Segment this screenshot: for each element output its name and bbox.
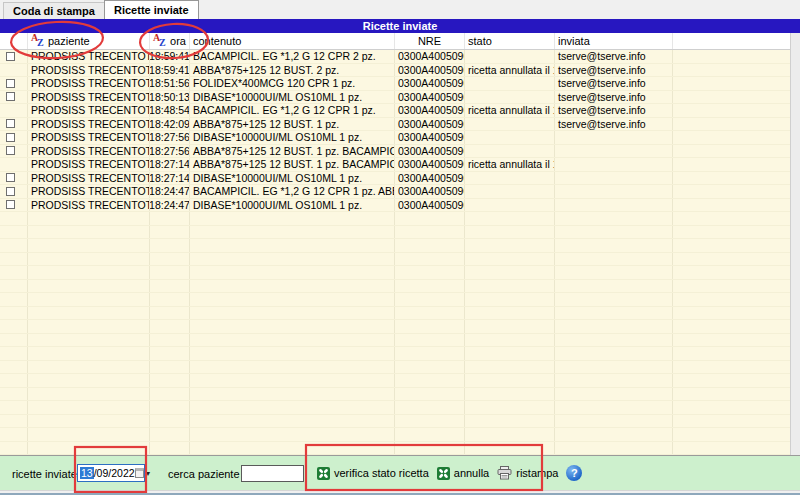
column-header-stato[interactable]: stato [465, 33, 555, 49]
table-row[interactable]: PRODSISS TRECENTOTRENTAS... 18:48:54 BAC… [0, 104, 790, 118]
vertical-scrollbar[interactable] [790, 33, 800, 455]
verifica-stato-ricetta-button[interactable]: verifica stato ricetta [317, 467, 429, 480]
cell-nre [395, 442, 465, 455]
cell-contenuto: DIBASE*10000UI/ML OS10ML 1 pz. [190, 131, 395, 144]
table-row[interactable]: PRODSISS TRECENTOTRENTAS... 18:42:09 ABB… [0, 118, 790, 132]
row-checkbox[interactable] [6, 79, 15, 88]
table-row[interactable]: PRODSISS TRECENTOTRENTAS... 18:27:56 ABB… [0, 145, 790, 159]
row-checkbox[interactable] [6, 133, 15, 142]
cell-paziente: PRODSISS TRECENTOTRENTAS... [28, 185, 150, 198]
cell-contenuto: BACAMPICIL. EG *1,2 G 12 CPR 2 pz. [190, 50, 395, 63]
cell-stato [465, 428, 555, 441]
cell-contenuto [190, 266, 395, 279]
tab-ricette-inviate[interactable]: Ricette inviate [104, 0, 199, 19]
cell-nre [395, 388, 465, 401]
column-header-ora[interactable]: AZ ora [150, 33, 190, 49]
table-row[interactable]: PRODSISS TRECENTOTRENTAS... 18:24:47 BAC… [0, 185, 790, 199]
cell-paziente [28, 442, 150, 455]
row-checkbox[interactable] [6, 173, 15, 182]
search-patient-label: cerca paziente [168, 468, 240, 480]
cell-ora: 18:24:47 [150, 199, 190, 212]
cell-paziente: PRODSISS TRECENTOTRENTAS... [28, 145, 150, 158]
cell-nre: 0300A4005090117 [395, 64, 465, 77]
tab-coda-di-stampa[interactable]: Coda di stampa [3, 2, 105, 19]
cell-extra [673, 239, 790, 252]
ristampa-button[interactable]: ristampa [497, 466, 558, 480]
ts-pinwheel-icon [437, 467, 450, 480]
cell-nre [395, 428, 465, 441]
cell-extra [673, 266, 790, 279]
cell-nre: 0300A4005090109 [395, 158, 465, 171]
table-row [0, 442, 790, 456]
cell-inviata [555, 185, 673, 198]
cell-extra [673, 428, 790, 441]
help-button[interactable]: ? [566, 465, 582, 481]
table-row[interactable]: PRODSISS TRECENTOTRENTAS... 18:24:47 DIB… [0, 199, 790, 213]
search-patient-input[interactable] [241, 465, 304, 482]
cell-ora: 18:51:56 [150, 77, 190, 90]
cell-stato [465, 266, 555, 279]
cell-inviata [555, 415, 673, 428]
cell-nre: 0300A4005090115 [395, 91, 465, 104]
cell-contenuto [190, 361, 395, 374]
row-checkbox[interactable] [6, 146, 15, 155]
table-row[interactable]: PRODSISS TRECENTOTRENTAS... 18:50:13 DIB… [0, 91, 790, 105]
column-header-inviata[interactable]: inviata [555, 33, 673, 49]
cell-nre: 0300A4005090112 [395, 131, 465, 144]
cell-extra [673, 442, 790, 455]
row-checkbox[interactable] [6, 200, 15, 209]
table-row[interactable]: PRODSISS TRECENTOTRENTAS... 18:51:56 FOL… [0, 77, 790, 91]
cell-ora [150, 401, 190, 414]
cell-paziente [28, 334, 150, 347]
table-row[interactable]: PRODSISS TRECENTOTRENTAS... 18:59:41 BAC… [0, 50, 790, 64]
column-header-contenuto[interactable]: contenuto [190, 33, 395, 49]
printer-icon [497, 466, 512, 480]
cell-inviata: tserve@tserve.info [555, 104, 673, 117]
cell-paziente [28, 361, 150, 374]
cell-contenuto: ABBA*875+125 12 BUST. 1 pz. [190, 118, 395, 131]
cell-paziente: PRODSISS TRECENTOTRENTAS... [28, 118, 150, 131]
cell-ora [150, 415, 190, 428]
column-header-nre[interactable]: NRE [395, 33, 465, 49]
cell-extra [673, 307, 790, 320]
cell-paziente [28, 320, 150, 333]
cell-nre [395, 253, 465, 266]
row-checkbox[interactable] [6, 119, 15, 128]
verifica-stato-ricetta-label: verifica stato ricetta [334, 467, 429, 479]
cell-contenuto [190, 334, 395, 347]
table-row[interactable]: PRODSISS TRECENTOTRENTAS... 18:59:41 ABB… [0, 64, 790, 78]
table-row [0, 415, 790, 429]
cell-stato [465, 118, 555, 131]
table-row [0, 226, 790, 240]
table-row[interactable]: PRODSISS TRECENTOTRENTAS... 18:27:14 ABB… [0, 158, 790, 172]
table-row [0, 401, 790, 415]
table-row [0, 253, 790, 267]
row-checkbox[interactable] [6, 92, 15, 101]
date-input[interactable]: 13 /09/2022 ▼ [77, 464, 145, 482]
table-row[interactable]: PRODSISS TRECENTOTRENTAS... 18:27:14 DIB… [0, 172, 790, 186]
cell-nre [395, 401, 465, 414]
calendar-dropdown-button[interactable]: ▼ [135, 468, 152, 478]
annulla-button[interactable]: annulla [437, 467, 489, 480]
cell-inviata [555, 266, 673, 279]
column-header-paziente[interactable]: AZ paziente [28, 33, 150, 49]
cell-inviata [555, 212, 673, 225]
cell-inviata [555, 172, 673, 185]
table-row[interactable]: PRODSISS TRECENTOTRENTAS... 18:27:56 DIB… [0, 131, 790, 145]
cell-ora: 18:24:47 [150, 185, 190, 198]
cell-ora: 18:50:13 [150, 91, 190, 104]
cell-contenuto [190, 212, 395, 225]
cell-stato [465, 388, 555, 401]
cell-contenuto: BACAMPICIL. EG *1,2 G 12 CPR 1 pz. [190, 104, 395, 117]
cell-extra [673, 226, 790, 239]
row-checkbox[interactable] [6, 52, 15, 61]
cell-inviata: tserve@tserve.info [555, 50, 673, 63]
cell-stato [465, 77, 555, 90]
cell-extra [673, 253, 790, 266]
cell-extra [673, 415, 790, 428]
cell-inviata [555, 145, 673, 158]
cell-paziente: PRODSISS TRECENTOTRENTAS... [28, 172, 150, 185]
row-checkbox[interactable] [6, 187, 15, 196]
cell-extra [673, 347, 790, 360]
cell-nre [395, 266, 465, 279]
